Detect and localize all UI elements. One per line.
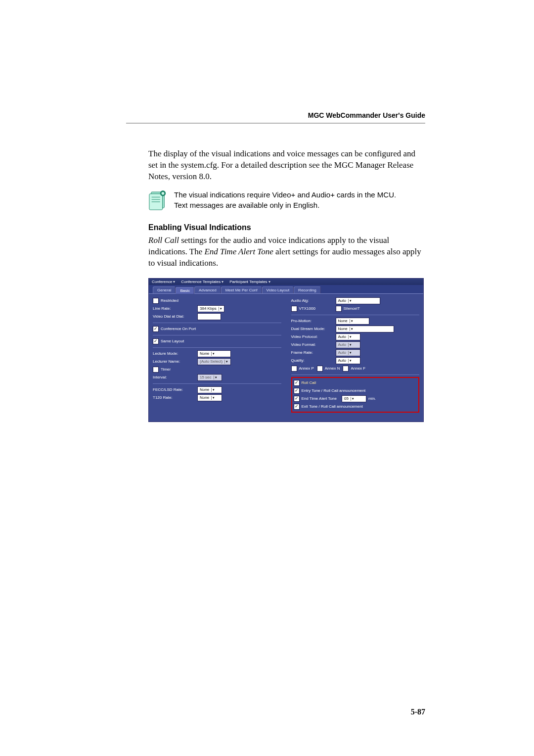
restricted-label: Restricted: [161, 298, 205, 303]
quality-select[interactable]: Auto▾: [336, 357, 360, 364]
rollcall-em: Roll Call: [148, 236, 179, 245]
page-header: MGC WebCommander User's Guide: [126, 111, 425, 119]
tab-basic[interactable]: Basic: [176, 287, 194, 294]
restricted-checkbox[interactable]: [153, 298, 159, 304]
header-title: MGC WebCommander User's Guide: [308, 111, 425, 119]
entry-tone-checkbox[interactable]: [294, 388, 300, 394]
page-number: 5-87: [411, 708, 425, 716]
fecc-label: FECC/LSD Rate:: [153, 387, 197, 392]
tab-advanced[interactable]: Advanced: [194, 286, 221, 293]
annexp-label: Annex P: [299, 366, 314, 371]
end-time-label: End Time Alert Tone: [302, 396, 337, 401]
screenshot-top-menu: Conference▾ Conference Templates▾ Partic…: [149, 279, 423, 285]
video-protocol-label: Video Protocol:: [291, 334, 336, 339]
frame-rate-select[interactable]: Auto▾: [336, 349, 360, 356]
end-time-checkbox[interactable]: [294, 396, 300, 402]
silenceit-checkbox[interactable]: [336, 306, 342, 312]
line-rate-label: Line Rate:: [153, 306, 197, 311]
lecture-mode-label: Lecture Mode:: [153, 351, 197, 356]
timer-label: Timer: [161, 367, 171, 372]
promotion-label: Pro-Motion:: [291, 319, 336, 323]
annexn-checkbox[interactable]: [317, 366, 323, 372]
interval-select[interactable]: 15 sec▾: [197, 374, 222, 381]
end-time-unit: min.: [368, 396, 376, 401]
note-text: The visual indications require Video+ an…: [174, 189, 396, 210]
quality-label: Quality:: [291, 358, 336, 363]
silenceit-label: SilenceIT: [344, 306, 360, 311]
timer-checkbox[interactable]: [153, 367, 159, 373]
promotion-select[interactable]: None▾: [336, 318, 369, 325]
conf-on-port-checkbox[interactable]: [153, 326, 159, 332]
tab-meetme[interactable]: Meet Me Per Conf: [221, 286, 262, 293]
exit-tone-checkbox[interactable]: [294, 404, 300, 410]
audio-alg-label: Audio Alg:: [291, 298, 336, 303]
menu-conference[interactable]: Conference▾: [152, 280, 175, 284]
end-time-select[interactable]: 05▾: [342, 395, 366, 402]
menu-part-templates[interactable]: Participant Templates▾: [229, 280, 270, 284]
right-column: Audio Alg: Auto▾ VTX1000 SilenceIT Pro-M…: [291, 297, 420, 413]
content-area: The display of the visual indications an…: [148, 148, 425, 422]
vtx1000-label: VTX1000: [299, 306, 315, 311]
same-layout-checkbox[interactable]: [153, 338, 159, 344]
video-protocol-select[interactable]: Auto▾: [336, 333, 360, 340]
tab-recording[interactable]: Recording: [294, 286, 320, 293]
annexf-checkbox[interactable]: [343, 366, 349, 372]
entry-tone-label: Entry Tone / Roll Call announcement: [302, 388, 366, 393]
lecturer-name-select[interactable]: (Auto Select)▾: [197, 358, 231, 365]
screenshot-body: Restricted Line Rate: 384 Kbps▾ Video Di…: [149, 294, 423, 422]
tab-video-layout[interactable]: Video Layout: [262, 286, 294, 293]
frame-rate-label: Frame Rate:: [291, 350, 336, 355]
t120-label: T120 Rate:: [153, 395, 197, 400]
lecture-mode-select[interactable]: None▾: [197, 350, 231, 357]
dual-stream-select[interactable]: None▾: [336, 326, 394, 332]
video-dial-input[interactable]: [197, 313, 221, 320]
tab-general[interactable]: General: [153, 286, 176, 293]
section-paragraph: Roll Call settings for the audio and voi…: [148, 235, 425, 269]
menu-conf-templates[interactable]: Conference Templates▾: [181, 280, 223, 284]
highlight-box: Roll Call Entry Tone / Roll Call announc…: [291, 377, 420, 413]
note-icon: [148, 190, 167, 211]
screenshot: Conference▾ Conference Templates▾ Partic…: [148, 278, 424, 422]
svg-point-6: [162, 192, 165, 195]
same-layout-label: Same Layout: [161, 339, 184, 343]
fecc-select[interactable]: None▾: [197, 386, 222, 393]
section-heading: Enabling Visual Indications: [148, 223, 425, 232]
dual-stream-label: Dual Stream Mode:: [291, 327, 336, 331]
t120-select[interactable]: None▾: [197, 394, 222, 401]
note-line-2: Text messages are available only in Engl…: [174, 200, 396, 210]
line-rate-select[interactable]: 384 Kbps▾: [197, 305, 224, 312]
left-column: Restricted Line Rate: 384 Kbps▾ Video Di…: [153, 297, 281, 413]
video-format-label: Video Format:: [291, 342, 336, 347]
header-rule: [126, 123, 425, 124]
annexn-label: Annex N: [325, 366, 340, 371]
conf-on-port-label: Conference On Port: [161, 327, 196, 331]
interval-label: Interval:: [153, 375, 197, 379]
screenshot-tabs: General Basic Advanced Meet Me Per Conf …: [149, 285, 423, 294]
intro-paragraph: The display of the visual indications an…: [148, 148, 425, 183]
exit-tone-label: Exit Tone / Roll Call announcement: [302, 404, 363, 409]
video-format-select[interactable]: Auto▾: [336, 341, 360, 348]
rollcall-checkbox[interactable]: [294, 380, 300, 386]
video-dial-label: Video Dial at Dial:: [153, 314, 197, 319]
rollcall-label: Roll Call: [302, 380, 316, 385]
annexf-label: Annex F: [351, 366, 365, 371]
endtime-em: End Time Alert Tone: [204, 247, 273, 256]
annexp-checkbox[interactable]: [291, 366, 297, 372]
vtx1000-checkbox[interactable]: [291, 306, 297, 312]
note-block: The visual indications require Video+ an…: [148, 189, 425, 211]
audio-alg-select[interactable]: Auto▾: [336, 297, 380, 304]
lecturer-name-label: Lecturer Name:: [153, 359, 197, 364]
note-line-1: The visual indications require Video+ an…: [174, 189, 396, 200]
